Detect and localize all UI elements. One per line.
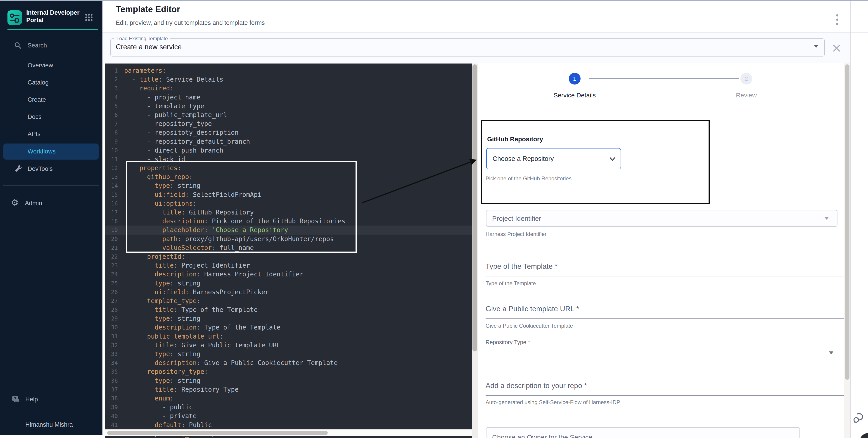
code-line[interactable]: 1parameters: (105, 66, 472, 75)
code-line[interactable]: 32 title: Give a Public template URL (105, 341, 472, 350)
code-line[interactable]: 2 - title: Service Details (105, 75, 472, 84)
sidebar-item-docs[interactable]: Docs (28, 113, 41, 121)
line-content: default: Public (124, 420, 212, 429)
code-line[interactable]: 23 title: Project Identifier (105, 261, 472, 270)
code-line[interactable]: 35 repository_type: (105, 367, 472, 376)
line-number: 39 (105, 403, 124, 411)
stepper-label-service-details: Service Details (529, 92, 620, 99)
template-type-field[interactable]: Type of the Template * (486, 262, 846, 277)
code-line[interactable]: 3 required: (105, 84, 472, 93)
code-line[interactable]: 41 default: Public (105, 420, 472, 429)
line-number: 21 (105, 243, 124, 252)
repo-description-underline (486, 395, 846, 396)
code-line[interactable]: 8 - repositoty_description (105, 128, 472, 137)
code-line[interactable]: 5 - template_type (105, 102, 472, 110)
code-line[interactable]: 36 type: string (105, 376, 472, 385)
line-content: - repositoty_description (124, 128, 239, 137)
clear-template-icon[interactable] (832, 43, 841, 53)
code-line[interactable]: 28 title: Type of the Template (105, 305, 472, 314)
workflows-label: Workflows (28, 148, 56, 155)
template-type-helper: Type of the Template (486, 280, 536, 287)
code-line[interactable]: 39 - public (105, 403, 472, 411)
repo-description-field[interactable]: Add a description to your repo * (486, 381, 846, 396)
line-content: description: Type of the Template (124, 323, 280, 332)
line-number: 7 (105, 119, 124, 128)
line-content: repository_type: (124, 367, 208, 376)
sidebar-item-overview[interactable]: Overview (28, 62, 53, 69)
code-line[interactable]: 33 type: string (105, 350, 472, 359)
form-scrollbar-thumb[interactable] (845, 64, 849, 380)
line-content: - title: Service Details (124, 75, 223, 84)
line-content: title: Type of the Template (124, 305, 257, 314)
editor-hscrollbar-thumb[interactable] (107, 431, 328, 435)
line-number: 20 (105, 235, 124, 243)
line-number: 13 (105, 172, 124, 181)
line-content: - private (124, 411, 196, 420)
repo-description-helper: Auto-generated using Self-Service-Flow o… (486, 399, 620, 405)
code-line[interactable]: 25 type: string (105, 279, 472, 288)
sidebar-divider (3, 185, 99, 186)
line-content: template_type: (124, 297, 200, 305)
code-line[interactable]: 7 - repository_type (105, 119, 472, 128)
sidebar-item-catalog[interactable]: Catalog (28, 79, 49, 86)
dropdown-caret-icon[interactable] (814, 45, 819, 48)
sidebar-item-help[interactable]: ? Help (0, 393, 102, 406)
gear-icon: ⚙ (11, 198, 19, 207)
sidebar-item-apis[interactable]: APIs (28, 131, 40, 138)
editor-vscrollbar-thumb[interactable] (472, 64, 477, 351)
code-line[interactable]: 4 - project_name (105, 93, 472, 102)
code-line[interactable]: 26 ui:field: HarnessProjectPicker (105, 288, 472, 297)
code-line[interactable]: 10 - direct_push_branch (105, 146, 472, 155)
sidebar-item-admin[interactable]: ⚙ Admin (0, 197, 102, 209)
code-line[interactable]: 24 description: Harness Project Identifi… (105, 270, 472, 279)
code-line[interactable]: 27 template_type: (105, 297, 472, 305)
line-content: public_template_url: (124, 332, 223, 341)
line-number: 5 (105, 102, 124, 110)
stepper-step-1[interactable]: 1 (569, 73, 581, 85)
sidebar-item-search[interactable]: Search (0, 41, 102, 52)
harness-idp-logo[interactable] (7, 10, 22, 25)
code-line[interactable]: 37 title: Repository Type (105, 385, 472, 394)
sidebar-item-devtools[interactable]: DevTools (0, 163, 102, 175)
sidebar-item-workflows[interactable]: Workflows (3, 143, 99, 160)
sidebar-item-create[interactable]: Create (28, 96, 46, 103)
line-number: 2 (105, 75, 124, 84)
owner-select[interactable]: Choose an Owner for the Service (486, 427, 800, 438)
line-content: parameters: (124, 66, 166, 75)
line-number: 32 (105, 341, 124, 350)
page-title: Template Editor (116, 4, 180, 14)
code-line[interactable]: 9 - repository_default_branch (105, 137, 472, 146)
stepper-connector (589, 78, 739, 79)
repository-type-select[interactable]: Repository Type * (486, 339, 846, 362)
code-line[interactable]: 34 description: Give a Public Cookiecutt… (105, 359, 472, 367)
chat-support-icon[interactable] (852, 411, 866, 425)
help-chat-icon: ? (11, 395, 21, 405)
user-menu[interactable]: HM Himanshu Mishra (0, 417, 102, 431)
line-number: 19 (105, 226, 124, 234)
line-number: 18 (105, 217, 124, 226)
code-line[interactable]: 31 public_template_url: (105, 332, 472, 341)
code-line[interactable]: 29 type: string (105, 314, 472, 323)
help-label: Help (25, 396, 38, 403)
code-line[interactable]: 30 description: Type of the Template (105, 323, 472, 332)
code-line[interactable]: 38 enum: (105, 394, 472, 403)
line-content: - project_name (124, 93, 200, 102)
code-line[interactable]: 22 projectId: (105, 252, 472, 261)
stepper-step-2[interactable]: 2 (740, 73, 752, 85)
line-content: type: string (124, 350, 200, 359)
app-grid-icon[interactable] (85, 13, 93, 22)
brand-title: Internal Developer Portal (26, 9, 83, 24)
code-line[interactable]: 40 - private (105, 411, 472, 420)
public-template-url-field[interactable]: Give a Public template URL * (486, 305, 846, 319)
line-number: 16 (105, 199, 124, 208)
project-identifier-select[interactable]: Project Identifier (486, 210, 837, 227)
line-number: 35 (105, 367, 124, 376)
line-number: 10 (105, 146, 124, 155)
line-content: title: Repository Type (124, 385, 239, 394)
line-number: 36 (105, 376, 124, 385)
code-line[interactable]: 6 - public_template_url (105, 110, 472, 119)
owner-placeholder: Choose an Owner for the Service (492, 434, 592, 438)
kebab-menu-icon[interactable] (835, 13, 839, 28)
load-template-select[interactable] (110, 38, 825, 57)
line-number: 1 (105, 66, 124, 75)
